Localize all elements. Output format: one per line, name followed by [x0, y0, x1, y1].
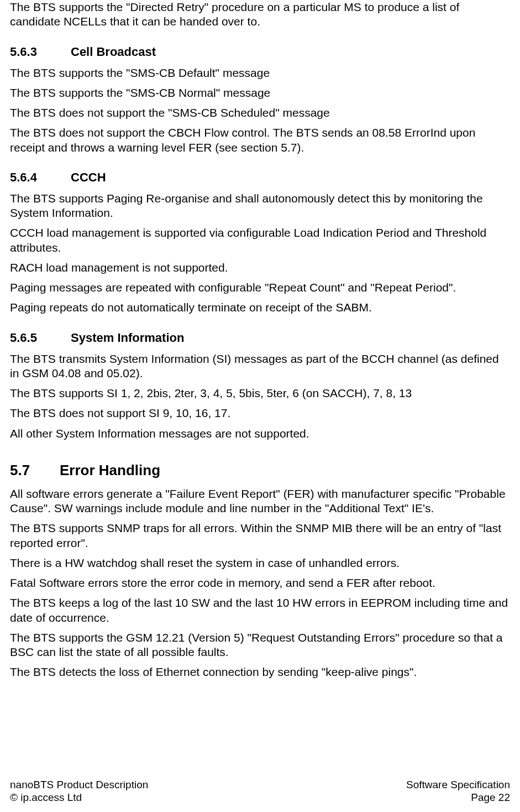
- document-page: The BTS supports the "Directed Retry" pr…: [0, 0, 520, 812]
- page-footer: nanoBTS Product Description © ip.access …: [10, 778, 510, 805]
- heading-title: Cell Broadcast: [71, 45, 156, 59]
- paragraph: Fatal Software errors store the error co…: [10, 576, 510, 590]
- paragraph: The BTS does not support SI 9, 10, 16, 1…: [10, 406, 510, 420]
- heading-number: 5.6.4: [10, 170, 71, 185]
- document-content: The BTS supports the "Directed Retry" pr…: [10, 0, 510, 680]
- paragraph: The BTS supports SNMP traps for all erro…: [10, 521, 510, 550]
- heading-title: Error Handling: [60, 462, 160, 478]
- paragraph: CCCH load management is supported via co…: [10, 226, 510, 255]
- paragraph: All other System Information messages ar…: [10, 426, 510, 441]
- paragraph: The BTS keeps a log of the last 10 SW an…: [10, 596, 510, 625]
- footer-right: Software Specification Page 22: [406, 778, 510, 805]
- paragraph: The BTS supports the GSM 12.21 (Version …: [10, 631, 510, 660]
- heading-title: CCCH: [71, 170, 106, 184]
- heading-title: System Information: [71, 331, 184, 345]
- paragraph: RACH load management is not supported.: [10, 261, 510, 275]
- paragraph: The BTS transmits System Information (SI…: [10, 352, 510, 381]
- footer-copyright: © ip.access Ltd: [10, 791, 148, 804]
- paragraph: There is a HW watchdog shall reset the s…: [10, 556, 510, 570]
- footer-document-title: nanoBTS Product Description: [10, 778, 148, 792]
- paragraph: The BTS does not support the CBCH Flow c…: [10, 126, 510, 155]
- paragraph: Paging messages are repeated with config…: [10, 280, 510, 295]
- paragraph: The BTS supports Paging Re-organise and …: [10, 191, 510, 221]
- paragraph: The BTS supports the "SMS-CB Default" me…: [10, 66, 510, 80]
- footer-page-number: Page 22: [406, 791, 510, 804]
- paragraph: The BTS does not support the "SMS-CB Sch…: [10, 106, 510, 120]
- heading-565: 5.6.5System Information: [10, 331, 510, 345]
- heading-number: 5.7: [10, 462, 60, 479]
- heading-number: 5.6.3: [10, 45, 71, 59]
- paragraph: The BTS detects the loss of Ethernet con…: [10, 665, 510, 679]
- paragraph: The BTS supports SI 1, 2, 2bis, 2ter, 3,…: [10, 386, 510, 400]
- heading-563: 5.6.3Cell Broadcast: [10, 45, 510, 59]
- footer-section-title: Software Specification: [406, 778, 510, 792]
- paragraph: All software errors generate a "Failure …: [10, 487, 510, 516]
- paragraph: Paging repeats do not automatically term…: [10, 300, 510, 315]
- heading-564: 5.6.4CCCH: [10, 170, 510, 185]
- paragraph: The BTS supports the "SMS-CB Normal" mes…: [10, 86, 510, 100]
- footer-left: nanoBTS Product Description © ip.access …: [10, 778, 148, 805]
- heading-57: 5.7Error Handling: [10, 462, 510, 479]
- paragraph: The BTS supports the "Directed Retry" pr…: [10, 0, 510, 29]
- heading-number: 5.6.5: [10, 331, 71, 345]
